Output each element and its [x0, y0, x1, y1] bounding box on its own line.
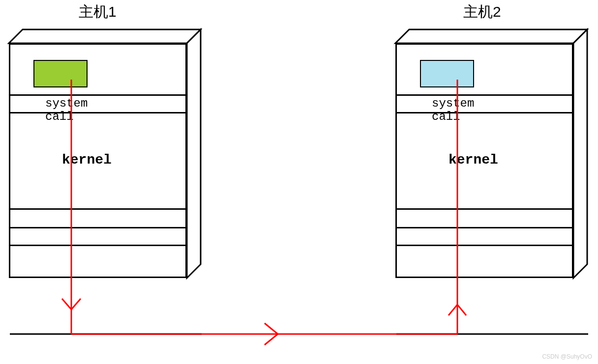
svg-marker-1	[187, 29, 201, 278]
host2-kernel-label: kernel	[448, 152, 498, 168]
host1-title: 主机1	[79, 2, 117, 22]
host2-syscall-label: system call	[432, 97, 474, 123]
svg-marker-2	[395, 29, 587, 43]
host1-app-box	[33, 60, 88, 87]
svg-marker-0	[9, 29, 201, 43]
host1-kernel-label: kernel	[62, 152, 112, 168]
watermark: CSDN @SuhyOvO	[542, 353, 592, 360]
host1-syscall-label: system call	[45, 97, 88, 123]
host2-app-box	[420, 60, 474, 87]
svg-marker-3	[573, 29, 587, 278]
host2-title: 主机2	[463, 2, 501, 22]
